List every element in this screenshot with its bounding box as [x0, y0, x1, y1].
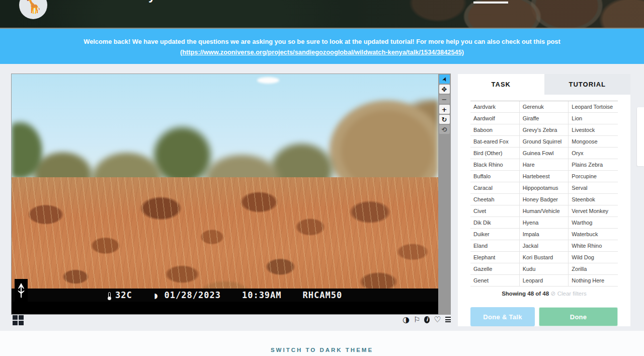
- species-choice[interactable]: Waterbuck: [569, 229, 618, 240]
- species-choice[interactable]: Oryx: [569, 148, 618, 159]
- metadata-icon[interactable]: [445, 317, 451, 323]
- species-choice[interactable]: Kori Bustard: [520, 252, 569, 263]
- species-choice[interactable]: Mongoose: [569, 136, 618, 148]
- species-choice[interactable]: Gazelle: [470, 263, 520, 275]
- species-choice[interactable]: Hare: [520, 159, 569, 171]
- panel-tabs: TASKTUTORIAL: [458, 74, 630, 95]
- species-choice[interactable]: Nothing Here: [569, 275, 618, 287]
- species-choice[interactable]: Giraffe: [520, 113, 569, 124]
- reset-view-icon[interactable]: ⟲: [439, 125, 450, 134]
- giraffe-avatar-icon: 🦒: [24, 0, 42, 14]
- species-choice[interactable]: Impala: [520, 229, 569, 240]
- thermometer-icon: [108, 292, 111, 299]
- species-choice[interactable]: Eland: [470, 240, 520, 252]
- species-choice[interactable]: Buffalo: [470, 171, 520, 182]
- invert-colors-icon[interactable]: ◑: [403, 316, 410, 324]
- species-choice[interactable]: Honey Badger: [520, 194, 569, 205]
- browning-logo: [15, 279, 28, 302]
- species-choice[interactable]: Aardwolf: [470, 113, 520, 124]
- project-header: 🦒 Wildwatch Kenya: [0, 0, 644, 29]
- clear-filters-button[interactable]: Clear filters: [557, 291, 587, 297]
- species-choice[interactable]: Civet: [470, 205, 520, 217]
- species-choice[interactable]: Jackal: [520, 240, 569, 252]
- species-choice[interactable]: Ground Squirrel: [520, 136, 569, 148]
- rotate-icon[interactable]: ↻: [439, 115, 450, 124]
- species-choice[interactable]: Caracal: [470, 182, 520, 194]
- overlay-time: 10:39AM: [242, 290, 282, 300]
- done-and-talk-button[interactable]: Done & Talk: [470, 307, 535, 326]
- species-choice[interactable]: Steenbok: [569, 194, 618, 205]
- overlay-camera-id: RHCAM50: [303, 290, 343, 300]
- species-choice[interactable]: Bird (Other): [470, 148, 520, 159]
- camera-trap-photo[interactable]: 32C ◗ 01/28/2023 10:39AM RHCAM50: [12, 74, 438, 302]
- moon-phase-icon: ◗: [153, 290, 159, 301]
- species-choice[interactable]: Hartebeest: [520, 171, 569, 182]
- species-choice[interactable]: Gerenuk: [520, 101, 569, 113]
- species-choice[interactable]: Elephant: [470, 252, 520, 263]
- active-nav-underline: [473, 2, 508, 4]
- task-panel: TASKTUTORIAL AardvarkGerenukLeopard Tort…: [458, 74, 630, 326]
- subject-thumbnails-icon[interactable]: [13, 315, 24, 325]
- banner-link[interactable]: (https://www.zooniverse.org/projects/san…: [180, 48, 464, 56]
- done-button[interactable]: Done: [539, 307, 618, 326]
- species-choice[interactable]: Wild Dog: [569, 252, 618, 263]
- species-choice[interactable]: Bat-eared Fox: [470, 136, 520, 148]
- select-tool-icon[interactable]: ➤: [439, 75, 450, 84]
- species-choice[interactable]: Hyena: [520, 217, 569, 229]
- species-choice[interactable]: Plains Zebra: [569, 159, 618, 171]
- species-choice[interactable]: Serval: [569, 182, 618, 194]
- project-title: Wildwatch Kenya: [59, 0, 174, 3]
- species-choice[interactable]: Cheetah: [470, 194, 520, 205]
- species-choice[interactable]: Leopard Tortoise: [569, 101, 618, 113]
- clear-filters-icon: ⊘: [550, 290, 557, 297]
- species-choice[interactable]: Grevy's Zebra: [520, 124, 569, 136]
- tab-task[interactable]: TASK: [458, 74, 544, 95]
- subject-viewer[interactable]: 32C ◗ 01/28/2023 10:39AM RHCAM50 ➤✥−+↻⟲: [11, 74, 451, 315]
- species-choice[interactable]: Human/Vehicle: [520, 205, 569, 217]
- species-choice[interactable]: Black Rhino: [470, 159, 520, 171]
- theme-toggle-link[interactable]: SWITCH TO DARK THEME: [0, 347, 644, 353]
- species-choice[interactable]: Kudu: [520, 263, 569, 275]
- favorite-icon[interactable]: ♡: [434, 316, 441, 324]
- species-grid: AardvarkGerenukLeopard TortoiseAardwolfG…: [470, 101, 618, 287]
- project-avatar[interactable]: 🦒: [19, 0, 47, 19]
- species-choice[interactable]: Zorilla: [569, 263, 618, 275]
- cloud: [257, 77, 279, 84]
- species-choice[interactable]: Vervet Monkey: [569, 205, 618, 217]
- species-choice[interactable]: Leopard: [520, 275, 569, 287]
- filter-status: Showing 48 of 48 ⊘ Clear filters: [470, 290, 618, 297]
- species-choice[interactable]: Warthog: [569, 217, 618, 229]
- flag-icon[interactable]: ⚐: [414, 316, 420, 324]
- side-drawer-tab[interactable]: [637, 107, 644, 166]
- overlay-temperature: 32C: [115, 290, 132, 300]
- tab-tutorial[interactable]: TUTORIAL: [544, 74, 631, 95]
- species-choice[interactable]: Hippopotamus: [520, 182, 569, 194]
- species-choice[interactable]: Dik Dik: [470, 217, 520, 229]
- species-choice[interactable]: White Rhino: [569, 240, 618, 252]
- viewer-toolbar: ➤✥−+↻⟲: [438, 74, 450, 314]
- announcement-banner: Welcome back! We have updated the questi…: [0, 29, 644, 64]
- species-choice[interactable]: Duiker: [470, 229, 520, 240]
- rocky-ground: [12, 177, 438, 302]
- viewer-icon-row: ◑⚐i♡: [403, 315, 451, 325]
- species-choice[interactable]: Guinea Fowl: [520, 148, 569, 159]
- showing-count: Showing 48 of 48: [502, 291, 549, 297]
- species-choice[interactable]: Aardvark: [470, 101, 520, 113]
- species-choice[interactable]: Livestock: [569, 124, 618, 136]
- zoom-in-icon[interactable]: +: [439, 105, 450, 114]
- banner-message: Welcome back! We have updated the questi…: [0, 36, 644, 47]
- info-icon[interactable]: i: [424, 316, 430, 323]
- species-choice[interactable]: Baboon: [470, 124, 520, 136]
- zoom-out-icon[interactable]: −: [439, 95, 450, 104]
- species-choice[interactable]: Porcupine: [569, 171, 618, 182]
- pan-tool-icon[interactable]: ✥: [439, 85, 450, 94]
- overlay-date: 01/28/2023: [165, 290, 221, 300]
- species-choice[interactable]: Lion: [569, 113, 618, 124]
- camera-overlay-bar: 32C ◗ 01/28/2023 10:39AM RHCAM50: [12, 289, 438, 302]
- species-choice[interactable]: Genet: [470, 275, 520, 287]
